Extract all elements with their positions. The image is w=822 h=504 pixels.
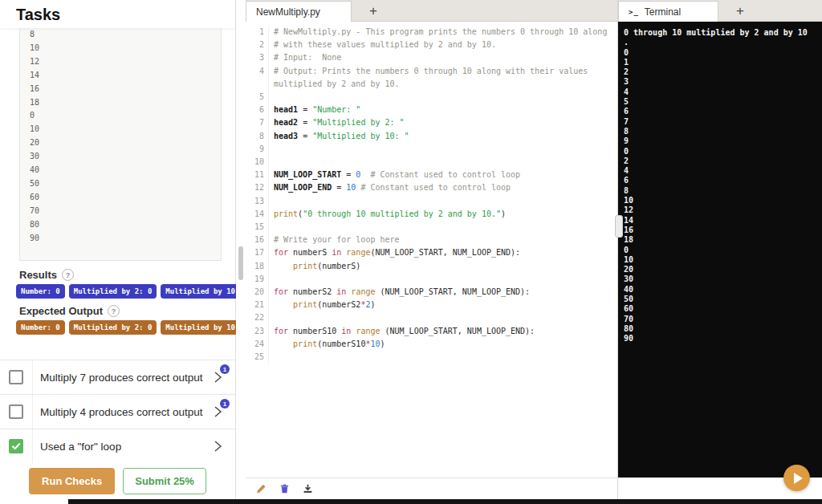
tasks-scrollbar[interactable]	[236, 26, 246, 499]
terminal-output[interactable]: 0 through 10 multiplied by 2 and by 10.0…	[618, 22, 822, 478]
run-program-button[interactable]	[783, 465, 810, 491]
terminal-line: 6	[624, 107, 822, 116]
result-badge: Number: 0	[16, 284, 65, 299]
code-editor[interactable]: 1# NewMultiply.py - This program prints …	[246, 22, 617, 478]
notification-badge: 1	[220, 399, 230, 408]
task-check-row[interactable]: Multiply 4 produces correct output1	[0, 395, 235, 429]
code-line: 8head3 = "Multiplied by 10: "	[246, 130, 617, 143]
run-checks-button[interactable]: Run Checks	[29, 468, 115, 494]
window-bottom-strip	[68, 499, 822, 504]
code-line: 14print("0 through 10 multiplied by 2 an…	[246, 208, 617, 221]
terminal-line: 50	[624, 295, 822, 304]
output-line: 50	[30, 177, 221, 191]
download-icon[interactable]	[303, 483, 313, 494]
new-file-tab-button[interactable]: +	[364, 4, 382, 18]
output-line: 70	[30, 205, 221, 218]
terminal-panel: >_ Terminal + 0 through 10 multiplied by…	[618, 0, 822, 499]
output-line: 0	[30, 109, 221, 123]
new-terminal-tab-button[interactable]: +	[731, 4, 749, 18]
terminal-line: 8	[624, 127, 822, 136]
checkbox-checked[interactable]	[9, 439, 23, 453]
output-line: 80	[30, 218, 221, 232]
line-number: 7	[246, 116, 269, 129]
editor-tab-label: NewMultiply.py	[256, 6, 320, 18]
line-number: 10	[246, 156, 269, 169]
line-number: 22	[246, 311, 269, 324]
expected-badge: Multiplied by 2: 0	[69, 320, 157, 335]
tasks-panel: Tasks 810121416180102030405060708090 Res…	[0, 0, 236, 499]
expected-section-label: Expected Output ?	[19, 305, 120, 317]
output-line: 10	[30, 123, 221, 136]
line-number: 13	[246, 195, 269, 208]
output-line: 30	[30, 150, 221, 164]
code-line: 18 print(numberS)	[246, 260, 617, 273]
line-number: 2	[246, 39, 269, 51]
notification-badge: 1	[220, 364, 230, 374]
actions-bar: Run Checks Submit 25%	[0, 463, 235, 499]
editor-panel: NewMultiply.py + 1# NewMultiply.py - Thi…	[246, 0, 618, 499]
line-number: 20	[246, 286, 269, 299]
terminal-line: 7	[624, 117, 822, 127]
output-line: 18	[30, 96, 221, 110]
terminal-tabbar: >_ Terminal +	[618, 0, 822, 22]
expand-chevron[interactable]: 1	[214, 404, 225, 419]
tab-newmultiply-py[interactable]: NewMultiply.py	[246, 1, 352, 22]
line-number: 8	[246, 130, 269, 143]
output-line: 14	[30, 69, 221, 83]
terminal-line: 10	[624, 196, 822, 205]
line-number: 3	[246, 51, 269, 64]
panel-resize-handle[interactable]	[615, 215, 623, 238]
code-line: 19	[246, 273, 617, 286]
output-line: 16	[30, 83, 221, 96]
results-section-label: Results ?	[19, 269, 74, 281]
code-line: 25	[246, 351, 617, 364]
code-line: 5	[246, 91, 617, 104]
code-line: 6head1 = "Number: "	[246, 104, 617, 116]
code-line: 1# NewMultiply.py - This program prints …	[246, 26, 617, 39]
terminal-line: 0	[624, 48, 822, 58]
submit-button[interactable]: Submit 25%	[123, 468, 206, 494]
expand-chevron[interactable]: 1	[214, 370, 225, 384]
output-line: 12	[30, 55, 221, 69]
line-number: 17	[246, 246, 269, 259]
line-number: 5	[246, 91, 269, 104]
line-number: 6	[246, 104, 269, 116]
tab-terminal[interactable]: >_ Terminal	[618, 1, 718, 22]
terminal-line: 0	[624, 147, 822, 156]
task-check-label: Multiply 7 produces correct output	[40, 372, 203, 384]
task-check-label: Used a "for" loop	[40, 441, 121, 453]
terminal-line: 3	[624, 77, 822, 87]
task-check-label: Multiply 4 produces correct output	[40, 406, 203, 418]
code-line: 11NUM_LOOP_START = 0 # Constant used to …	[246, 169, 617, 181]
program-output-box[interactable]: 810121416180102030405060708090	[19, 26, 222, 261]
expected-badge: Number: 0	[16, 320, 65, 335]
code-line: 2# with these values multiplied by 2 and…	[246, 39, 617, 51]
checkbox-unchecked[interactable]	[9, 370, 23, 384]
expand-chevron[interactable]	[214, 439, 225, 453]
checkbox-unchecked[interactable]	[9, 404, 23, 419]
terminal-line: 10	[624, 255, 822, 265]
code-line: 17for numberS in range(NUM_LOOP_START, N…	[246, 246, 617, 259]
output-line: 10	[30, 42, 221, 55]
code-line: 21 print(numberS2*2)	[246, 299, 617, 311]
edit-pencil-icon[interactable]	[256, 483, 267, 494]
task-check-row[interactable]: Used a "for" loop	[0, 429, 235, 464]
terminal-line: 16	[624, 226, 822, 235]
output-line: 60	[30, 191, 221, 205]
terminal-line: 1	[624, 58, 822, 67]
line-number: 4	[246, 65, 269, 78]
task-check-row[interactable]: Multiply 7 produces correct output1	[0, 360, 235, 395]
code-line: 7head2 = "Multiplied by 2: "	[246, 116, 617, 129]
code-line: 22	[246, 311, 617, 324]
scrollbar-thumb[interactable]	[238, 246, 243, 280]
help-icon[interactable]: ?	[108, 305, 120, 317]
output-line: 90	[30, 232, 221, 246]
code-line: 23for numberS10 in range (NUM_LOOP_START…	[246, 325, 617, 338]
line-number: 24	[246, 338, 269, 351]
help-icon[interactable]: ?	[62, 269, 74, 281]
terminal-line: 2	[624, 67, 822, 77]
expected-output-label: Expected Output	[19, 305, 103, 317]
terminal-line: 9	[624, 136, 822, 146]
trash-icon[interactable]	[279, 483, 290, 494]
terminal-line: 12	[624, 205, 822, 215]
